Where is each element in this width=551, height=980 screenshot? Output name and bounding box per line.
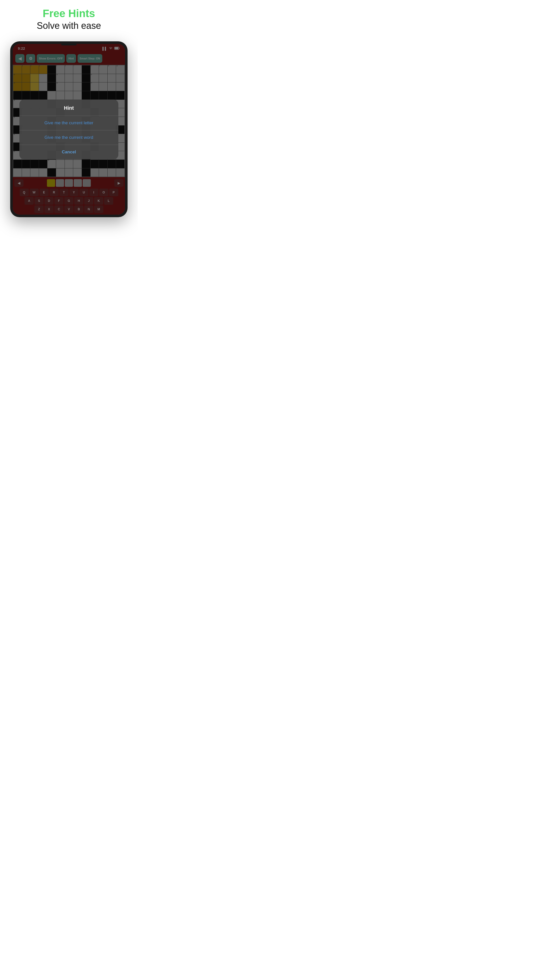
hint-modal: Hint Give me the current letter Give me … [19, 100, 118, 159]
hint-option-letter[interactable]: Give me the current letter [19, 116, 118, 130]
hint-overlay: Hint Give me the current letter Give me … [13, 44, 125, 215]
page-header: Free Hints Solve with ease [32, 0, 106, 36]
hint-modal-title: Hint [19, 100, 118, 116]
hint-cancel-button[interactable]: Cancel [19, 145, 118, 159]
page-subtitle: Solve with ease [37, 21, 101, 31]
device-frame: 9:22 ▌▌ [10, 41, 127, 217]
device-screen: 9:22 ▌▌ [13, 44, 125, 215]
hint-option-word[interactable]: Give me the current word [19, 130, 118, 145]
page-title: Free Hints [37, 8, 101, 19]
